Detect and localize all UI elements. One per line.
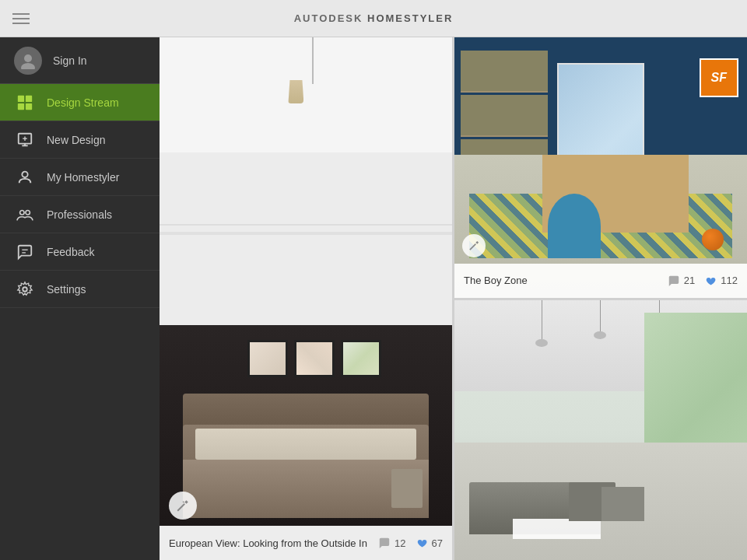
pendant-wire xyxy=(312,37,314,84)
top-right-comment-count: 21 xyxy=(684,275,695,286)
svg-line-17 xyxy=(177,504,184,511)
main-like-count: 67 xyxy=(432,537,443,549)
wand-icon xyxy=(176,499,190,513)
art-frame-2 xyxy=(294,340,335,377)
top-right-comment-stat: 21 xyxy=(668,275,695,286)
svg-point-16 xyxy=(23,287,27,292)
svg-point-1 xyxy=(21,63,35,69)
bed-headboard xyxy=(183,394,429,429)
svg-point-11 xyxy=(22,171,27,177)
main-like-stat: 67 xyxy=(416,537,443,549)
menu-bar-3 xyxy=(12,23,30,24)
sign-in-button[interactable]: Sign In xyxy=(0,37,160,84)
sf-giants-logo: SF xyxy=(700,58,738,97)
avatar-icon xyxy=(19,52,37,69)
wand-icon-small xyxy=(468,240,480,251)
modern-scene xyxy=(454,300,747,561)
title-prefix: AUTODESK xyxy=(294,12,363,24)
menu-bar-2 xyxy=(12,18,30,19)
feedback-icon xyxy=(16,243,33,261)
settings-icon xyxy=(16,281,33,298)
comment-icon xyxy=(378,537,391,548)
menu-bar-1 xyxy=(12,13,30,15)
svg-line-18 xyxy=(183,502,184,503)
sidebar-label-professionals: Professionals xyxy=(47,208,112,221)
design-stream-icon-box xyxy=(14,92,36,114)
sidebar-label-design-stream: Design Stream xyxy=(47,96,119,109)
settings-icon-box xyxy=(14,278,36,300)
top-right-caption-text: The Boy Zone xyxy=(464,275,661,286)
main-content: European View: Looking from the Outside … xyxy=(160,37,747,560)
svg-rect-2 xyxy=(18,95,24,101)
svg-point-12 xyxy=(20,210,24,215)
bed-pillows xyxy=(195,429,416,460)
top-right-like-stat: 112 xyxy=(704,275,738,286)
avatar xyxy=(14,47,42,75)
bz-shelf-1 xyxy=(461,51,549,93)
professionals-icon-box xyxy=(14,204,36,226)
bz-shelf-2 xyxy=(461,95,549,137)
professionals-icon xyxy=(16,206,33,223)
sidebar: Sign In Design Stream New Design xyxy=(0,37,160,560)
sidebar-item-professionals[interactable]: Professionals xyxy=(0,196,160,233)
main-comment-count: 12 xyxy=(395,537,405,549)
menu-button[interactable] xyxy=(12,13,30,24)
modern-table xyxy=(513,519,601,540)
sidebar-label-settings: Settings xyxy=(47,283,86,296)
pendant-shade-2 xyxy=(594,331,606,339)
app-title: AUTODESK HOMESTYLER xyxy=(294,12,454,24)
panel-main[interactable]: European View: Looking from the Outside … xyxy=(160,37,452,560)
heart-icon-tr xyxy=(704,275,717,286)
svg-rect-5 xyxy=(26,103,32,109)
panel-bottom-right[interactable] xyxy=(454,300,747,561)
heart-icon-main xyxy=(416,537,428,548)
bz-chair xyxy=(548,194,601,259)
sidebar-label-new-design: New Design xyxy=(47,134,105,146)
svg-point-0 xyxy=(24,54,32,62)
my-homestyler-icon-box xyxy=(14,166,36,188)
svg-rect-3 xyxy=(26,95,32,101)
main-caption-stats: 12 67 xyxy=(378,537,443,549)
sidebar-item-design-stream[interactable]: Design Stream xyxy=(0,84,160,121)
bedroom-scene xyxy=(160,37,452,560)
sidebar-label-my-homestyler: My Homestyler xyxy=(47,171,119,184)
pendant-shade xyxy=(288,80,303,103)
main-caption-text: European View: Looking from the Outside … xyxy=(169,537,372,549)
sidebar-item-my-homestyler[interactable]: My Homestyler xyxy=(0,159,160,196)
top-right-like-count: 112 xyxy=(721,275,738,286)
boy-zone-scene: SF xyxy=(454,37,747,298)
svg-line-19 xyxy=(469,244,475,250)
header: AUTODESK HOMESTYLER xyxy=(0,0,747,37)
new-design-icon xyxy=(16,131,33,149)
design-stream-icon xyxy=(16,94,33,111)
pendant-wire-2 xyxy=(600,300,601,339)
sidebar-item-new-design[interactable]: New Design xyxy=(0,121,160,159)
render-icon-main[interactable] xyxy=(169,492,197,520)
chair-left xyxy=(601,487,644,520)
art-frame-1 xyxy=(247,340,288,377)
my-homestyler-icon xyxy=(16,169,33,186)
pendant-2 xyxy=(600,300,601,355)
new-design-icon-box xyxy=(14,129,36,151)
top-right-caption-bar: The Boy Zone 21 112 xyxy=(454,264,747,298)
art-frames xyxy=(247,340,381,377)
svg-rect-4 xyxy=(18,103,24,109)
bedroom-wall xyxy=(160,37,452,325)
comment-icon-tr xyxy=(668,275,680,286)
sidebar-item-settings[interactable]: Settings xyxy=(0,271,160,308)
pendant-wire-1 xyxy=(542,300,542,347)
main-comment-stat: 12 xyxy=(378,537,405,549)
sidebar-label-feedback: Feedback xyxy=(47,246,94,258)
pendant-shade-1 xyxy=(535,339,548,347)
title-suffix: HOMESTYLER xyxy=(367,12,453,24)
pendant-1 xyxy=(542,300,542,355)
top-right-caption-stats: 21 112 xyxy=(668,275,738,286)
side-table xyxy=(391,469,423,508)
art-frame-3 xyxy=(341,340,381,377)
panel-top-right[interactable]: SF The Boy Zone 21 xyxy=(454,37,747,298)
sidebar-item-feedback[interactable]: Feedback xyxy=(0,233,160,271)
feedback-icon-box xyxy=(14,241,36,263)
sign-in-label: Sign In xyxy=(53,54,87,67)
render-icon-top-right[interactable] xyxy=(462,234,486,257)
svg-point-13 xyxy=(26,210,30,215)
